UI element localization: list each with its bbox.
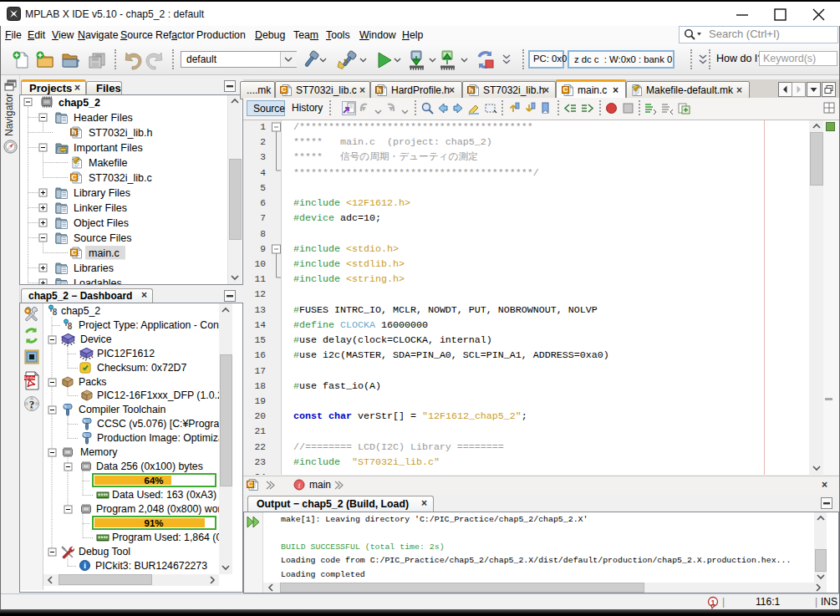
svg-text:Linker Files: Linker Files	[74, 202, 127, 214]
svg-text:Memory: Memory	[80, 446, 118, 458]
svg-text:Project Type: Application - Co: Project Type: Application - Conf	[79, 319, 219, 331]
svg-text:f: f	[298, 482, 301, 490]
svg-text:Packs: Packs	[79, 376, 107, 388]
svg-text:64%: 64%	[144, 476, 163, 486]
svg-text:ST7032i_lib.c: ST7032i_lib.c	[89, 172, 152, 184]
svg-text:?: ?	[29, 398, 35, 410]
svg-text:Program 2,048 (0x800) words: Program 2,048 (0x800) words	[96, 503, 219, 515]
svg-text:Header Files: Header Files	[74, 112, 133, 124]
svg-text:Makefile: Makefile	[89, 157, 128, 169]
svg-text:PIC12F1612: PIC12F1612	[97, 348, 155, 359]
svg-text:Loadables: Loadables	[74, 277, 122, 284]
svg-text:Compiler Toolchain: Compiler Toolchain	[79, 404, 166, 415]
svg-text:chap5_2: chap5_2	[59, 97, 100, 109]
svg-text:Source Files: Source Files	[74, 232, 131, 244]
svg-text:Important Files: Important Files	[74, 142, 143, 154]
svg-text:Debug Tool: Debug Tool	[79, 546, 130, 557]
svg-text:91%: 91%	[144, 518, 163, 528]
svg-text:Production Image: Optimizati: Production Image: Optimizati	[97, 432, 219, 444]
svg-text:CCSC (v5.076) [C:¥Program: CCSC (v5.076) [C:¥Program	[97, 418, 219, 430]
svg-text:ST7032i_lib.h: ST7032i_lib.h	[89, 127, 152, 139]
svg-text:1: 1	[710, 598, 715, 607]
svg-text:PICkit3: BUR124672273: PICkit3: BUR124672273	[95, 560, 207, 572]
svg-text:Program Used: 1,864 (0x7: Program Used: 1,864 (0x7	[112, 532, 219, 543]
svg-text:main.c: main.c	[89, 247, 120, 259]
svg-text:Device: Device	[80, 333, 112, 345]
svg-text:Data Used: 163 (0xA3) F: Data Used: 163 (0xA3) F	[112, 489, 219, 501]
svg-text:Data 256 (0x100) bytes: Data 256 (0x100) bytes	[96, 461, 203, 472]
svg-text:PIC12-16F1xxx_DFP (1.0.21): PIC12-16F1xxx_DFP (1.0.21)	[97, 389, 219, 401]
svg-text:Library Files: Library Files	[74, 187, 130, 199]
svg-text:Checksum: 0x72D7: Checksum: 0x72D7	[97, 362, 186, 374]
svg-text:Object Files: Object Files	[74, 217, 129, 229]
svg-text:Libraries: Libraries	[74, 262, 114, 274]
svg-text:chap5_2: chap5_2	[61, 305, 100, 317]
